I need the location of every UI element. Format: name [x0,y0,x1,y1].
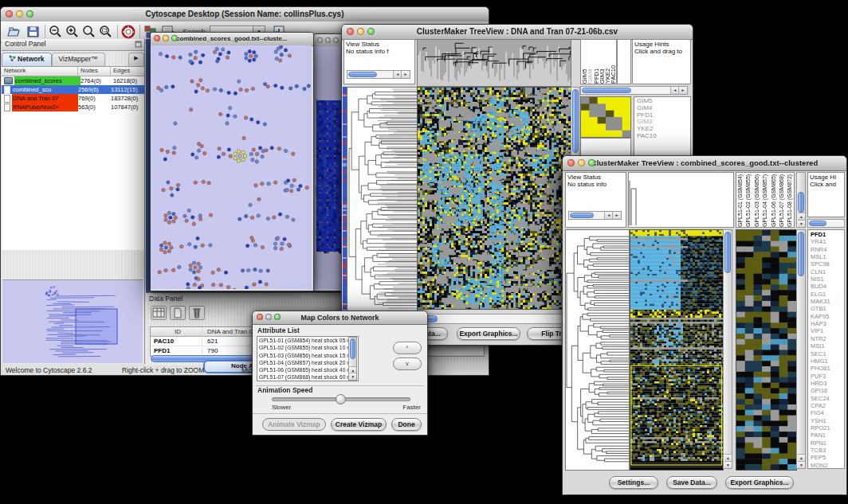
attribute-item[interactable]: GPL51-02 (GSM855) heat shock 10 min [259,344,358,351]
close-button[interactable] [257,314,263,320]
zoom-column-label[interactable]: GIM4 [587,40,592,84]
attribute-list[interactable]: GPL51-01 (GSM854) heat shock 05 minGPL51… [257,336,359,381]
close-button[interactable] [6,10,13,18]
animate-vizmap-button[interactable]: Animate Vizmap [262,418,326,431]
column-dendrogram-panel[interactable] [628,172,734,228]
gene-label[interactable]: MSI1 [811,342,844,350]
treeview2-titlebar[interactable]: ClusterMaker TreeView : combined_scores_… [563,156,846,171]
gene-label[interactable]: SEC1 [811,350,844,357]
scrollbar-thumb[interactable] [724,232,731,273]
open-file-icon[interactable] [6,24,22,40]
minimize-button[interactable] [16,10,23,18]
gene-label[interactable]: KAP95 [811,313,844,320]
close-button[interactable] [154,35,160,41]
scrollbar-thumb[interactable] [582,88,631,93]
gene-label[interactable]: PAC10 [637,133,690,140]
network-list-row[interactable]: DNA and Tran 07769(0)183728(0) [2,94,144,103]
heatmap-global[interactable] [630,229,724,471]
scroll-right-icon[interactable]: ▸ [678,87,687,94]
minimize-button[interactable] [578,159,585,166]
attribute-item[interactable]: GPL51-03 (GSM856) heat shock 15 min [259,352,358,359]
move-down-button[interactable]: v [393,357,422,370]
zoom-window-button[interactable] [367,28,375,35]
delete-attribute-icon[interactable] [189,306,205,320]
table-mode-icon[interactable] [151,306,167,320]
gene-label[interactable]: YSH1 [811,417,844,424]
usage-hints-scrollbar[interactable] [807,219,845,228]
scrollbar-thumb[interactable] [798,192,804,213]
array-column-label[interactable]: GPL51-04 (GSM857) [761,173,769,227]
new-attribute-icon[interactable] [170,306,186,320]
gene-label[interactable]: RNR4 [811,246,844,253]
scroll-up-icon[interactable]: ▴ [724,454,732,461]
gene-label[interactable]: PHO81 [811,365,844,372]
zoom-window-button[interactable] [171,35,178,41]
heatmap-vscrollbar[interactable]: ▴ ▾ [723,229,732,469]
minimize-button[interactable] [265,314,272,320]
gene-label[interactable]: HAP3 [811,320,844,327]
row-dendrogram[interactable] [565,229,630,471]
export-graphics-button[interactable]: Export Graphics... [725,476,794,489]
network-list-row[interactable]: RNAPuberNov2+563(0)107847(0) [2,103,144,111]
gene-label[interactable]: HMG1 [811,357,844,365]
view-status-scrollbar[interactable]: ◂ ▸ [568,211,622,220]
scrollbar-thumb[interactable] [348,72,377,77]
minimize-button[interactable] [325,37,331,43]
scroll-down-icon[interactable]: ▾ [798,220,805,227]
gene-list-vscrollbar[interactable]: ▴ ▾ [796,229,806,469]
main-titlebar[interactable]: Cytoscape Desktop (Session Name: collins… [1,7,489,22]
heatmap-zoom-view[interactable] [736,229,797,471]
save-data-button[interactable]: Save Data... [666,476,717,489]
attribute-list-scrollbar[interactable]: ▴ ▾ [348,337,357,381]
scroll-down-icon[interactable]: ▾ [798,461,805,468]
gene-label[interactable]: PAN1 [811,432,844,439]
minimize-button[interactable] [163,35,169,41]
column-dendrogram[interactable] [417,39,571,87]
array-column-label[interactable]: GPL51-02 (GSM855) [744,173,752,227]
zoom-column-label[interactable]: PAC10 [610,40,615,84]
array-column-label[interactable]: GPL51-01 (GSM854) [736,173,744,227]
scroll-up-icon[interactable]: ▴ [798,213,805,220]
column-labels-vscrollbar[interactable]: ▴ ▾ [796,172,806,228]
gene-label[interactable]: PFD1 [811,231,844,238]
row-dendrogram[interactable] [347,87,418,311]
treeview1-titlebar[interactable]: ClusterMaker TreeView : DNA and Tran 07-… [342,25,693,40]
gene-label[interactable]: MSL1 [811,253,844,260]
float-panel-icon[interactable] [135,41,142,48]
gene-label[interactable]: SPC98 [811,260,844,268]
zoom-window-button[interactable] [333,37,339,43]
network-list-row[interactable]: combined_sco2569(6)13112(15) [2,85,144,94]
array-column-label[interactable]: GPL51-06 (GSM865) [770,173,778,227]
scroll-down-icon[interactable]: ▾ [724,461,732,468]
attribute-item[interactable]: GPL51-04 (GSM857) heat shock 20 min [259,359,358,366]
scroll-right-icon[interactable]: ▸ [612,212,621,219]
tab-overflow-arrow[interactable]: ▶ [128,53,144,66]
zoom-window-button[interactable] [274,314,281,320]
gene-label[interactable]: HRD3 [811,380,844,387]
gene-label[interactable]: MAK31 [811,298,844,305]
scrollbar-thumb[interactable] [350,338,355,359]
move-up-button[interactable]: ^ [393,342,422,354]
heatmap-zoom-view[interactable] [580,96,631,138]
gene-label[interactable]: NTR2 [811,335,844,342]
scroll-down-icon[interactable]: ▾ [350,373,356,380]
gene-label[interactable]: GTB1 [811,305,844,312]
help-lifering-icon[interactable] [120,24,136,40]
scroll-right-icon[interactable]: ▸ [401,71,410,78]
zoom-window-button[interactable] [26,10,33,18]
gene-label[interactable]: TCB3 [811,447,844,454]
attribute-item[interactable]: GPL51-06 (GSM865) heat shock 40 min [259,366,358,373]
gene-label[interactable]: MON2 [811,462,844,469]
array-column-label[interactable]: GPL51-07 (GSM868) [778,173,786,227]
gene-label[interactable]: GPI16 [811,387,844,394]
close-button[interactable] [317,37,323,43]
gene-label[interactable]: RPO21 [811,424,844,432]
array-column-label[interactable]: GPL51-08 (GSM872) [786,173,794,227]
scroll-up-icon[interactable]: ▴ [798,454,805,461]
gene-label[interactable]: PUF3 [811,373,844,380]
close-button[interactable] [567,159,575,166]
view-status-scrollbar[interactable]: ◂ ▸ [347,70,410,79]
gene-label[interactable]: BUD4 [811,283,844,290]
scrollbar-thumb[interactable] [809,221,826,226]
gene-label[interactable]: CLN1 [811,268,844,275]
